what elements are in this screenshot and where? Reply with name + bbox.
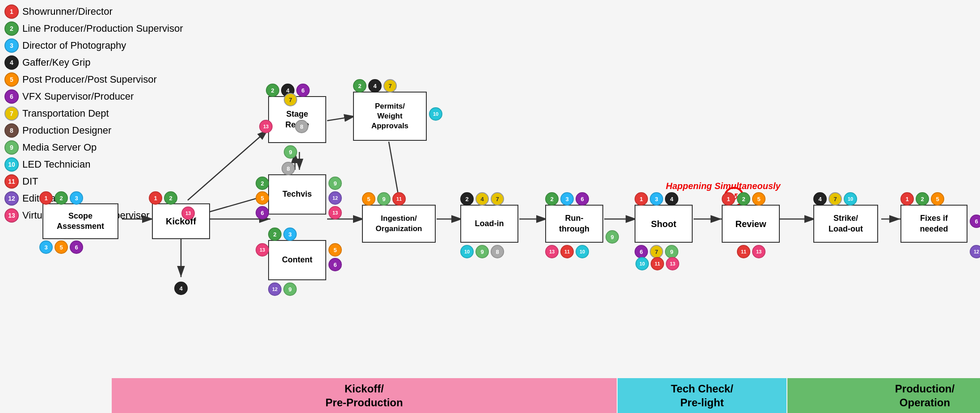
legend-item-4: 4 Gaffer/Key Grip [4, 55, 183, 70]
content-circle-13: 13 [256, 243, 269, 257]
scope-circle-3: 3 [70, 191, 83, 205]
phase-production: Production/Operation [787, 378, 980, 413]
legend-circle-8: 8 [4, 123, 19, 138]
runthrough-circle-10: 10 [576, 245, 589, 258]
legend-item-7: 7 Transportation Dept [4, 106, 183, 121]
loadin-circle-9b: 9 [475, 245, 489, 258]
permits-circle-10: 10 [429, 107, 442, 121]
legend-item-6: 6 VFX Supervisor/Producer [4, 89, 183, 104]
scope-circle-1: 1 [39, 191, 53, 205]
permits-circle-2: 2 [353, 79, 366, 93]
techvis-circle-9: 9 [328, 177, 342, 190]
content-circle-2: 2 [268, 228, 282, 241]
legend-item-8: 8 Production Designer [4, 123, 183, 138]
content-circle-5: 5 [328, 243, 342, 257]
kickoff-circle-13: 13 [181, 206, 195, 220]
scope-assessment-box: ScopeAssessment [42, 203, 118, 239]
shoot-circle-3: 3 [650, 192, 663, 206]
shoot-circle-11: 11 [651, 257, 664, 270]
kickoff-circle-2: 2 [164, 191, 177, 205]
permits-circle-4: 4 [368, 79, 382, 93]
happening-simultaneously-label: Happening Simultaneously [666, 181, 781, 191]
kickoff-box: Kickoff [152, 203, 210, 239]
review-circle-5: 5 [752, 192, 765, 206]
legend-item-11: 11 DIT [4, 174, 183, 189]
techvis-circle-13: 13 [328, 206, 342, 219]
legend-label-6: VFX Supervisor/Producer [22, 91, 134, 102]
loadin-circle-2: 2 [460, 192, 474, 206]
phase-kickoff-label: Kickoff/Pre-Production [325, 382, 403, 409]
loadin-circle-gray: 8 [491, 245, 504, 258]
content-box: Content [268, 240, 326, 280]
legend-label-11: DIT [22, 176, 38, 187]
review-circle-1: 1 [722, 192, 735, 206]
phase-kickoff: Kickoff/Pre-Production [112, 378, 617, 413]
legend-item-2: 2 Line Producer/Production Supervisor [4, 21, 183, 36]
ingestion-box: Ingestion/Organization [362, 205, 436, 243]
legend: 1 Showrunner/Director 2 Line Producer/Pr… [4, 4, 183, 223]
review-circle-13: 13 [752, 245, 765, 258]
legend-circle-5: 5 [4, 72, 19, 87]
shoot-circle-4: 4 [665, 192, 678, 206]
loadin-box: Load-in [460, 205, 518, 243]
techvis-circle-5: 5 [256, 191, 269, 205]
strike-circle-10: 10 [844, 192, 857, 206]
legend-circle-4: 4 [4, 55, 19, 70]
shoot-box: Shoot [635, 205, 693, 243]
shoot-circle-1: 1 [635, 192, 648, 206]
shoot-circle-13: 13 [666, 257, 679, 270]
techvis-circle-12: 12 [328, 191, 342, 205]
scope-circle-2: 2 [55, 191, 68, 205]
legend-circle-1: 1 [4, 4, 19, 19]
legend-item-9: 9 Media Server Op [4, 140, 183, 155]
phase-techcheck-label: Tech Check/Pre-light [671, 382, 733, 409]
stage-circle-2: 2 [266, 84, 279, 97]
legend-label-8: Production Designer [22, 125, 111, 136]
legend-label-5: Post Producer/Post Supervisor [22, 74, 157, 85]
techvis-box: Techvis [268, 174, 326, 215]
legend-item-3: 3 Director of Photography [4, 38, 183, 53]
legend-circle-6: 6 [4, 89, 19, 104]
legend-circle-11: 11 [4, 174, 19, 189]
content-circle-9: 9 [283, 282, 297, 296]
stage-recce-box: StageRecce [268, 96, 326, 143]
shoot-circle-10: 10 [635, 257, 649, 270]
fixes-circle-5: 5 [931, 192, 944, 206]
ingestion-circle-5: 5 [362, 192, 375, 206]
legend-circle-3: 3 [4, 38, 19, 53]
legend-label-2: Line Producer/Production Supervisor [22, 23, 183, 34]
kickoff-circle-1: 1 [149, 191, 162, 205]
techvis-circle-2: 2 [256, 177, 269, 190]
legend-circle-9: 9 [4, 140, 19, 155]
stage-circle-6: 6 [296, 84, 310, 97]
legend-item-10: 10 LED Technician [4, 157, 183, 172]
techvis-circle-6: 6 [256, 206, 269, 219]
stage-circle-13: 13 [259, 120, 273, 133]
permits-circle-7: 7 [383, 79, 397, 93]
scope-circle-3b: 3 [39, 240, 53, 254]
legend-circle-10: 10 [4, 157, 19, 172]
runthrough-circle-6: 6 [576, 192, 589, 206]
fixes-circle-2: 2 [916, 192, 929, 206]
runthrough-box: Run-through [545, 205, 603, 243]
fixes-circle-12: 12 [970, 245, 980, 258]
review-box: Review [722, 205, 780, 243]
legend-circle-12: 12 [4, 191, 19, 206]
legend-label-7: Transportation Dept [22, 108, 109, 119]
shoot-circle-7: 7 [650, 245, 663, 258]
loadin-circle-4: 4 [475, 192, 489, 206]
content-circle-6: 6 [328, 258, 342, 271]
ingestion-circle-9: 9 [377, 192, 391, 206]
strike-box: Strike/Load-out [813, 205, 878, 243]
fixes-circle-1: 1 [900, 192, 914, 206]
shoot-circle-6: 6 [635, 245, 648, 258]
strike-circle-7: 7 [829, 192, 842, 206]
phase-production-label: Production/Operation [895, 382, 955, 409]
svg-line-3 [188, 130, 268, 200]
runthrough-circle-13: 13 [545, 245, 559, 258]
legend-circle-13: 13 [4, 208, 19, 223]
runthrough-circle-11: 11 [560, 245, 574, 258]
stage-circle-8: 8 [295, 120, 308, 133]
content-circle-12: 12 [268, 282, 282, 296]
scope-circle-6b: 6 [70, 240, 83, 254]
